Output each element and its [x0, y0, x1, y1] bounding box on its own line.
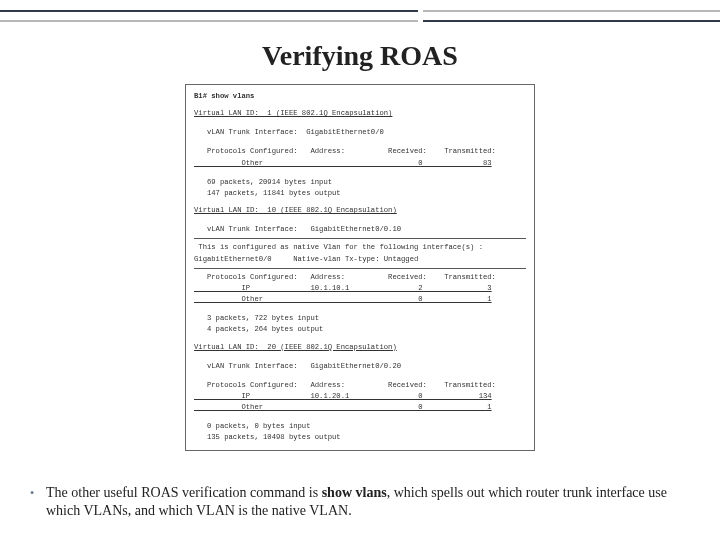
- vlan20-stats-in: 0 packets, 0 bytes input: [194, 421, 526, 432]
- vlan1-header: Virtual LAN ID: 1 (IEEE 802.1Q Encapsula…: [194, 108, 526, 119]
- vlan20-proto-other: Other 0 1: [194, 402, 526, 413]
- vlan10-stats-in: 3 packets, 722 bytes input: [194, 313, 526, 324]
- vlan10-proto-header: Protocols Configured: Address: Received:…: [194, 272, 526, 283]
- slide-top-rules: [0, 0, 720, 36]
- vlan20-proto-header: Protocols Configured: Address: Received:…: [194, 380, 526, 391]
- vlan10-proto-ip: IP 10.1.10.1 2 3: [194, 283, 526, 294]
- vlan1-stats-out: 147 packets, 11841 bytes output: [194, 188, 526, 199]
- vlan10-native-line1: This is configured as native Vlan for th…: [194, 242, 526, 253]
- vlan1-proto-row: Other 0 83: [194, 158, 526, 169]
- cli-command: B1# show vlans: [194, 91, 526, 102]
- bullet-item: • The other useful ROAS verification com…: [30, 484, 690, 520]
- vlan10-interface: vLAN Trunk Interface: GigabitEthernet0/0…: [194, 224, 526, 235]
- vlan10-native-line2: GigabitEthernet0/0 Native-vlan Tx-type: …: [194, 254, 526, 265]
- bullet-list: • The other useful ROAS verification com…: [30, 484, 690, 520]
- bullet-marker: •: [30, 484, 46, 520]
- vlan20-interface: vLAN Trunk Interface: GigabitEthernet0/0…: [194, 361, 526, 372]
- vlan10-header: Virtual LAN ID: 10 (IEEE 802.1Q Encapsul…: [194, 205, 526, 216]
- slide-title: Verifying ROAS: [0, 40, 720, 72]
- vlan10-stats-out: 4 packets, 264 bytes output: [194, 324, 526, 335]
- vlan1-proto-header: Protocols Configured: Address: Received:…: [194, 146, 526, 157]
- vlan20-stats-out: 135 packets, 10498 bytes output: [194, 432, 526, 443]
- vlan20-proto-ip: IP 10.1.20.1 0 134: [194, 391, 526, 402]
- vlan10-proto-other: Other 0 1: [194, 294, 526, 305]
- cli-output-box: B1# show vlans Virtual LAN ID: 1 (IEEE 8…: [185, 84, 535, 451]
- bullet-text: The other useful ROAS verification comma…: [46, 484, 690, 520]
- vlan20-header: Virtual LAN ID: 20 (IEEE 802.1Q Encapsul…: [194, 342, 526, 353]
- vlan1-interface: vLAN Trunk Interface: GigabitEthernet0/0: [194, 127, 526, 138]
- vlan1-stats-in: 69 packets, 20914 bytes input: [194, 177, 526, 188]
